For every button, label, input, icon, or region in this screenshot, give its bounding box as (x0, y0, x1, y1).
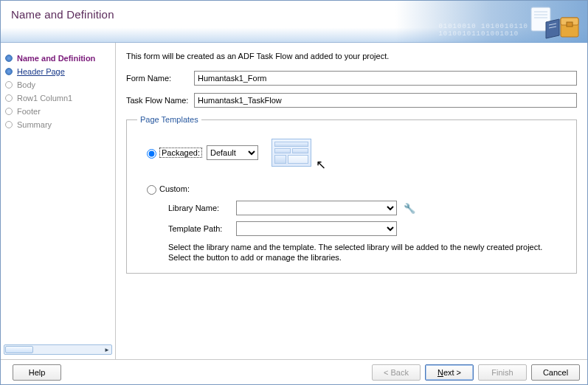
template-path-row: Template Path: (168, 221, 566, 236)
form-name-input[interactable] (194, 71, 577, 86)
wizard-nav: Name and Definition Header Page Body Row… (1, 43, 116, 359)
wizard-header: Name and Definition 01010010 1010010110 … (1, 1, 587, 43)
nav-step-header-page[interactable]: Header Page (4, 65, 112, 78)
form-name-row: Form Name: (126, 71, 577, 86)
scroll-thumb[interactable] (5, 346, 33, 353)
nav-scrollbar[interactable]: ◄ ► (4, 344, 112, 355)
svg-rect-9 (567, 22, 573, 27)
step-bullet-icon (5, 94, 13, 102)
nav-step-footer[interactable]: Footer (4, 105, 112, 118)
library-combo[interactable] (236, 201, 397, 215)
help-button[interactable]: Help (13, 364, 61, 381)
next-button[interactable]: Next > (425, 364, 474, 381)
content-panel: This form will be created as an ADF Task… (116, 43, 587, 359)
step-bullet-icon (5, 121, 13, 128)
page-templates-legend: Page Templates (137, 115, 201, 124)
nav-step-summary[interactable]: Summary (4, 118, 112, 131)
banner-icons (493, 3, 581, 40)
template-hint: Select the library name and the template… (168, 242, 566, 263)
wrench-icon: 🔧 (404, 203, 415, 214)
svg-marker-4 (546, 19, 559, 38)
packaged-label[interactable]: Packaged: (159, 148, 202, 158)
packaged-row: Packaged: Default ↖ (143, 139, 566, 167)
packaged-combo[interactable]: Default (207, 145, 258, 160)
custom-radio[interactable] (147, 185, 156, 195)
template-path-label: Template Path: (168, 224, 236, 233)
form-name-label: Form Name: (126, 74, 194, 83)
packaged-radio[interactable] (147, 149, 156, 159)
library-label: Library Name: (168, 204, 236, 212)
task-flow-input[interactable] (194, 93, 577, 108)
main-area: Name and Definition Header Page Body Row… (1, 43, 587, 359)
nav-step-row1-column1[interactable]: Row1 Column1 (4, 91, 112, 105)
task-flow-label: Task Flow Name: (126, 96, 194, 105)
finish-button[interactable]: Finish (478, 364, 527, 381)
library-row: Library Name: 🔧 (168, 201, 566, 215)
step-bullet-icon (5, 68, 13, 75)
custom-label[interactable]: Custom: (159, 184, 190, 193)
custom-block: Library Name: 🔧 Template Path: Select th… (168, 201, 566, 263)
step-bullet-icon (5, 81, 13, 89)
intro-text: This form will be created as an ADF Task… (126, 52, 577, 60)
custom-row: Custom: (143, 183, 566, 195)
manage-libraries-button[interactable]: 🔧 (401, 201, 418, 215)
template-preview-icon (271, 139, 311, 167)
cancel-button[interactable]: Cancel (531, 364, 580, 381)
mouse-cursor-icon: ↖ (316, 157, 326, 173)
template-path-combo[interactable] (236, 221, 397, 236)
back-button[interactable]: < Back (372, 364, 421, 381)
nav-step-name-definition[interactable]: Name and Definition (4, 52, 112, 65)
scroll-right-icon[interactable]: ► (102, 345, 112, 354)
nav-step-body[interactable]: Body (4, 78, 112, 91)
step-bullet-icon (5, 55, 13, 62)
task-flow-row: Task Flow Name: (126, 93, 577, 108)
page-templates-group: Page Templates Packaged: Default ↖ Custo… (126, 115, 577, 274)
step-bullet-icon (5, 108, 13, 115)
wizard-footer: Help < Back Next > Finish Cancel (1, 359, 587, 384)
